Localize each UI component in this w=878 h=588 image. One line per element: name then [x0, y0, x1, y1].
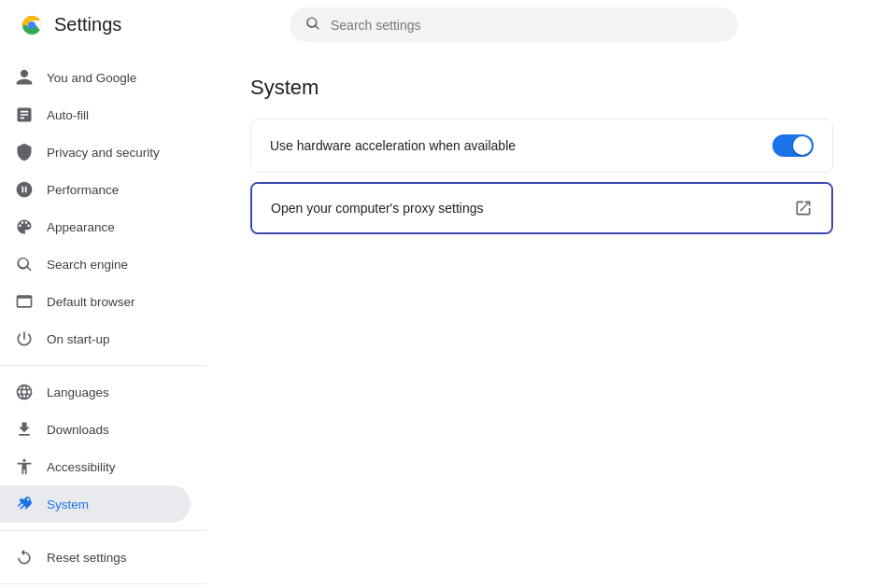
- hardware-acceleration-card: Use hardware acceleration when available: [250, 119, 833, 173]
- proxy-settings-row[interactable]: Open your computer's proxy settings: [252, 184, 831, 232]
- wrench-icon: [15, 495, 34, 513]
- open-external-icon: [794, 199, 813, 217]
- hardware-acceleration-row: Use hardware acceleration when available: [251, 119, 832, 172]
- hardware-acceleration-toggle[interactable]: [772, 134, 814, 157]
- sidebar-item-default-browser[interactable]: Default browser: [0, 283, 191, 320]
- chrome-logo: [19, 12, 45, 38]
- sidebar-item-label: Default browser: [47, 295, 135, 309]
- sidebar-item-label: Languages: [47, 385, 109, 399]
- sidebar-item-label: Accessibility: [47, 460, 116, 474]
- sidebar: You and Google Auto-fill Privacy and sec…: [0, 49, 205, 588]
- sidebar-item-system[interactable]: System: [0, 485, 191, 523]
- download-icon: [15, 420, 34, 439]
- sidebar-item-label: Reset settings: [47, 551, 127, 565]
- sidebar-item-accessibility[interactable]: Accessibility: [0, 448, 191, 485]
- palette-icon: [15, 217, 34, 236]
- proxy-settings-card[interactable]: Open your computer's proxy settings: [250, 182, 833, 234]
- gauge-icon: [15, 180, 34, 199]
- section-title: System: [250, 76, 833, 100]
- sidebar-item-label: Privacy and security: [47, 146, 160, 160]
- power-icon: [15, 329, 34, 348]
- autofill-icon: [15, 105, 34, 124]
- sidebar-item-label: Auto-fill: [47, 108, 89, 122]
- sidebar-item-label: Appearance: [47, 220, 115, 234]
- main-content: System Use hardware acceleration when av…: [205, 49, 878, 588]
- sidebar-item-label: Performance: [47, 183, 119, 197]
- search-engine-icon: [15, 255, 34, 273]
- sidebar-item-performance[interactable]: Performance: [0, 171, 191, 208]
- accessibility-icon: [15, 457, 34, 476]
- globe-icon: [15, 383, 34, 401]
- browser-icon: [15, 292, 34, 311]
- search-icon: [304, 15, 321, 35]
- settings-cards: Use hardware acceleration when available…: [250, 119, 833, 234]
- search-box: [290, 7, 738, 42]
- sidebar-item-label: You and Google: [47, 71, 136, 85]
- sidebar-item-appearance[interactable]: Appearance: [0, 208, 191, 245]
- sidebar-item-label: Search engine: [47, 258, 128, 272]
- sidebar-item-reset-settings[interactable]: Reset settings: [0, 539, 191, 576]
- sidebar-item-you-and-google[interactable]: You and Google: [0, 59, 191, 96]
- search-input[interactable]: [331, 18, 723, 33]
- sidebar-item-languages[interactable]: Languages: [0, 373, 191, 411]
- sidebar-item-downloads[interactable]: Downloads: [0, 411, 191, 448]
- hardware-acceleration-label: Use hardware acceleration when available: [270, 138, 516, 153]
- app-title: Settings: [54, 14, 121, 35]
- reset-icon: [15, 548, 34, 567]
- proxy-settings-label: Open your computer's proxy settings: [271, 201, 484, 216]
- sidebar-item-label: System: [47, 497, 89, 511]
- sidebar-item-on-startup[interactable]: On start-up: [0, 320, 191, 357]
- shield-icon: [15, 143, 34, 161]
- sidebar-item-privacy[interactable]: Privacy and security: [0, 133, 191, 171]
- sidebar-item-search-engine[interactable]: Search engine: [0, 245, 191, 283]
- sidebar-item-autofill[interactable]: Auto-fill: [0, 96, 191, 133]
- person-icon: [15, 68, 34, 87]
- sidebar-item-label: Downloads: [47, 423, 109, 437]
- sidebar-item-label: On start-up: [47, 332, 110, 346]
